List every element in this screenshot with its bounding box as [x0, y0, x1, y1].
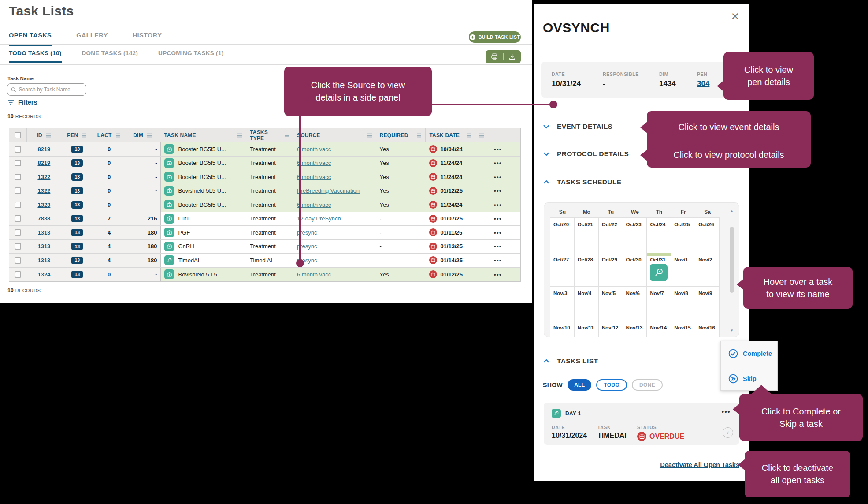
- protocol-details-section[interactable]: PROTOCOL DETAILS: [543, 150, 629, 158]
- calendar-cell[interactable]: Oct/24: [646, 217, 671, 253]
- scroll-up-icon[interactable]: ▲: [729, 209, 734, 213]
- subtab-upcoming-tasks-1-[interactable]: UPCOMING TASKS (1): [158, 50, 223, 63]
- calendar-cell[interactable]: Nov/12: [598, 321, 623, 337]
- close-icon[interactable]: ✕: [731, 11, 739, 22]
- row-menu-button[interactable]: •••: [494, 146, 502, 153]
- sort-icon[interactable]: [147, 133, 152, 138]
- select-all-checkbox[interactable]: [15, 132, 21, 138]
- sort-icon[interactable]: [479, 133, 484, 138]
- source-link[interactable]: 6 month vacc: [297, 146, 331, 153]
- calendar-cell[interactable]: Nov/10: [550, 321, 575, 337]
- show-pill-todo[interactable]: TODO: [596, 379, 627, 391]
- filters-button[interactable]: Filters: [7, 99, 37, 106]
- row-checkbox[interactable]: [15, 229, 21, 236]
- subtab-todo-tasks-10-[interactable]: TODO TASKS (10): [9, 50, 62, 63]
- source-link[interactable]: 6 month vacc: [297, 174, 331, 180]
- info-icon[interactable]: i: [723, 427, 733, 438]
- calendar-cell[interactable]: Nov/4: [574, 286, 599, 321]
- source-link[interactable]: 6 month vacc: [297, 160, 331, 166]
- calendar-cell[interactable]: Nov/6: [623, 286, 647, 321]
- sort-icon[interactable]: [115, 133, 121, 138]
- deactivate-all-open-tasks-link[interactable]: Deactivate All Open Tasks: [660, 461, 739, 468]
- calendar-cell[interactable]: Oct/29: [598, 253, 623, 287]
- source-link[interactable]: 6 month vacc: [297, 271, 331, 278]
- calendar-cell[interactable]: Oct/30: [623, 253, 647, 287]
- sort-icon[interactable]: [285, 133, 289, 138]
- calendar-cell[interactable]: Oct/22: [598, 217, 623, 253]
- row-menu-button[interactable]: •••: [494, 202, 502, 208]
- row-checkbox[interactable]: [15, 202, 21, 208]
- calendar-cell[interactable]: Nov/9: [695, 286, 720, 321]
- calendar-cell[interactable]: Oct/23: [623, 217, 647, 253]
- timed-ai-task-icon[interactable]: [650, 264, 668, 281]
- calendar-cell[interactable]: Oct/21: [574, 217, 599, 253]
- print-button[interactable]: [490, 53, 498, 61]
- calendar-cell[interactable]: Oct/31: [646, 253, 671, 287]
- row-menu-button[interactable]: •••: [494, 215, 502, 222]
- animal-id-link[interactable]: 1323: [37, 202, 50, 208]
- complete-menu-item[interactable]: Complete: [721, 341, 777, 366]
- pen-link[interactable]: 304: [697, 79, 709, 88]
- row-menu-button[interactable]: •••: [494, 229, 502, 236]
- row-checkbox[interactable]: [15, 271, 21, 278]
- row-checkbox[interactable]: [15, 215, 21, 222]
- build-task-list-button[interactable]: BUILD TASK LIST: [469, 31, 521, 43]
- scrollbar-thumb[interactable]: [730, 227, 734, 293]
- sort-icon[interactable]: [82, 133, 87, 138]
- show-pill-all[interactable]: ALL: [568, 379, 591, 391]
- select-all-header[interactable]: [9, 128, 27, 142]
- row-menu-button[interactable]: •••: [494, 160, 502, 166]
- row-checkbox[interactable]: [15, 243, 21, 250]
- calendar-cell[interactable]: Nov/7: [646, 286, 671, 321]
- row-checkbox[interactable]: [15, 160, 21, 166]
- tasks-list-section[interactable]: TASKS LIST: [543, 357, 598, 365]
- calendar-cell[interactable]: Nov/8: [671, 286, 695, 321]
- calendar-cell[interactable]: Nov/16: [695, 321, 720, 337]
- tasks-schedule-section[interactable]: TASKS SCHEDULE: [543, 178, 622, 186]
- sort-icon[interactable]: [466, 133, 471, 138]
- row-menu-button[interactable]: •••: [494, 174, 502, 180]
- calendar-scrollbar[interactable]: ▲ ▼: [729, 216, 734, 332]
- event-details-section[interactable]: EVENT DETAILS: [543, 123, 612, 131]
- animal-id-link[interactable]: 1322: [37, 174, 50, 180]
- row-checkbox[interactable]: [15, 146, 21, 153]
- subtab-done-tasks-142-[interactable]: DONE TASKS (142): [82, 50, 138, 63]
- row-checkbox[interactable]: [15, 257, 21, 264]
- download-button[interactable]: [508, 53, 516, 60]
- animal-id-link[interactable]: 8219: [37, 160, 50, 166]
- calendar-cell[interactable]: Nov/3: [550, 286, 575, 321]
- animal-id-link[interactable]: 8219: [37, 146, 50, 153]
- source-link[interactable]: 12-day PreSynch: [297, 215, 341, 222]
- sort-icon[interactable]: [46, 133, 51, 138]
- row-menu-button[interactable]: •••: [494, 257, 502, 264]
- sort-icon[interactable]: [367, 133, 372, 138]
- scroll-down-icon[interactable]: ▼: [729, 329, 734, 332]
- animal-id-link[interactable]: 1313: [37, 257, 50, 264]
- animal-id-link[interactable]: 1313: [37, 243, 50, 250]
- row-checkbox[interactable]: [15, 174, 21, 180]
- calendar-cell[interactable]: Nov/5: [598, 286, 623, 321]
- calendar-cell[interactable]: Nov/15: [671, 321, 695, 337]
- calendar-cell[interactable]: Nov/2: [695, 253, 720, 287]
- sort-icon[interactable]: [237, 133, 242, 138]
- calendar-cell[interactable]: Nov/14: [646, 321, 671, 337]
- animal-id-link[interactable]: 1324: [37, 271, 50, 278]
- row-menu-button[interactable]: •••: [494, 187, 502, 194]
- calendar-cell[interactable]: Nov/1: [671, 253, 695, 287]
- calendar-cell[interactable]: Oct/20: [550, 217, 575, 253]
- calendar-cell[interactable]: Nov/13: [623, 321, 647, 337]
- row-menu-button[interactable]: •••: [494, 243, 502, 250]
- animal-id-link[interactable]: 1313: [37, 229, 50, 236]
- row-menu-button[interactable]: •••: [494, 271, 502, 278]
- calendar-cell[interactable]: Oct/28: [574, 253, 599, 287]
- animal-id-link[interactable]: 7838: [37, 215, 50, 222]
- calendar-cell[interactable]: Oct/27: [550, 253, 575, 287]
- search-input[interactable]: [19, 86, 82, 93]
- source-link[interactable]: 6 month vacc: [297, 202, 331, 208]
- task-card-menu-button[interactable]: •••: [722, 408, 731, 415]
- calendar-cell[interactable]: Oct/25: [671, 217, 695, 253]
- sort-icon[interactable]: [416, 133, 422, 138]
- row-checkbox[interactable]: [15, 187, 21, 194]
- animal-id-link[interactable]: 1322: [37, 187, 50, 194]
- calendar-cell[interactable]: Nov/11: [574, 321, 599, 337]
